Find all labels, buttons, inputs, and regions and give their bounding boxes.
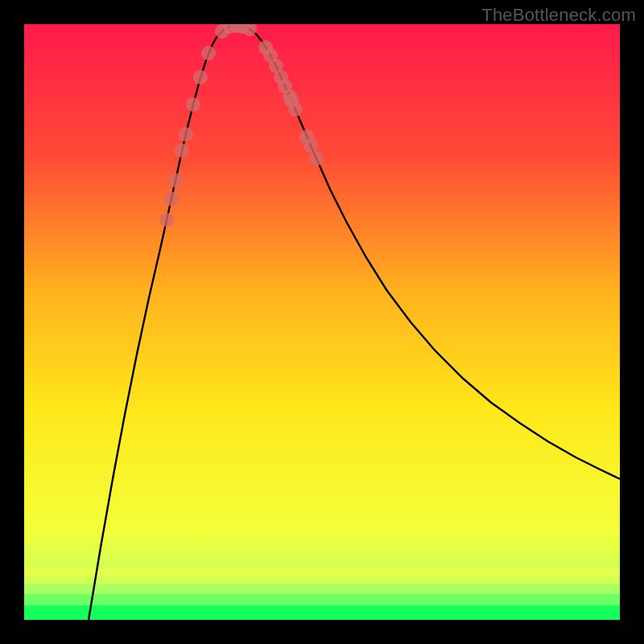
watermark-text: TheBottleneck.com xyxy=(481,5,636,26)
gradient-background xyxy=(24,24,620,620)
marker-dot xyxy=(284,93,299,108)
band-green1 xyxy=(24,584,620,594)
marker-dot xyxy=(193,70,208,85)
band-green3 xyxy=(24,605,620,620)
marker-dot xyxy=(201,46,216,60)
marker-dot xyxy=(175,143,189,158)
band-green2 xyxy=(24,594,620,605)
marker-dot xyxy=(186,97,200,112)
marker-dot xyxy=(309,151,324,166)
band-yellowgreen xyxy=(24,568,620,576)
marker-dot xyxy=(303,138,318,153)
chart-svg xyxy=(24,24,620,620)
band-lightgreen xyxy=(24,576,620,584)
plot-area xyxy=(24,24,620,620)
marker-dot xyxy=(164,192,179,206)
marker-dot xyxy=(179,127,193,142)
marker-dot xyxy=(274,70,288,85)
chart-frame: TheBottleneck.com xyxy=(0,0,644,644)
marker-dot xyxy=(168,173,183,188)
marker-dot xyxy=(159,213,174,227)
